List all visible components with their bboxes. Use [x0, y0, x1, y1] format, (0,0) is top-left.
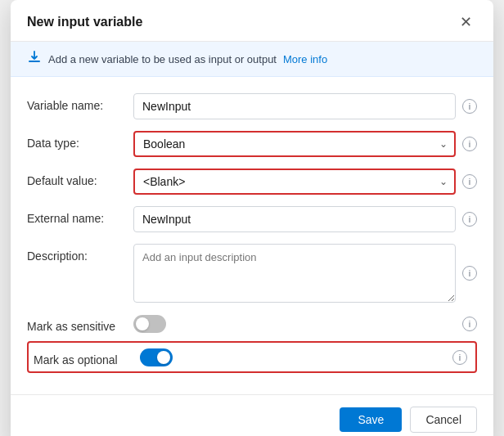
new-input-variable-dialog: New input variable ✕ Add a new variable … — [11, 0, 493, 436]
mark-optional-info-icon[interactable]: i — [452, 350, 467, 365]
data-type-control: Boolean String Integer Float DateTime Li… — [133, 131, 477, 157]
info-banner: Add a new variable to be used as input o… — [11, 42, 493, 77]
external-name-input[interactable] — [133, 206, 456, 232]
description-info-icon[interactable]: i — [462, 266, 477, 281]
description-row: Description: i — [27, 244, 477, 303]
variable-name-label: Variable name: — [27, 93, 133, 112]
mark-sensitive-label: Mark as sensitive — [27, 314, 133, 333]
description-label: Description: — [27, 244, 133, 263]
mark-optional-row: Mark as optional i — [27, 341, 477, 373]
default-value-control: <Blank> True False ⌄ i — [133, 169, 477, 195]
mark-optional-toggle-wrap — [140, 348, 173, 366]
dialog-footer: Save Cancel — [11, 394, 493, 436]
external-name-control: i — [133, 206, 477, 232]
variable-name-control: i — [133, 93, 477, 119]
mark-sensitive-toggle-wrap — [133, 315, 166, 333]
data-type-info-icon[interactable]: i — [462, 137, 477, 151]
variable-name-row: Variable name: i — [27, 93, 477, 119]
default-value-info-icon[interactable]: i — [462, 174, 477, 189]
banner-text: Add a new variable to be used as input o… — [48, 53, 277, 65]
data-type-select[interactable]: Boolean String Integer Float DateTime Li… — [133, 131, 456, 157]
default-value-row: Default value: <Blank> True False ⌄ i — [27, 169, 477, 195]
mark-optional-slider — [140, 348, 173, 366]
mark-sensitive-row: Mark as sensitive i — [27, 314, 477, 333]
mark-optional-toggle[interactable] — [140, 348, 173, 366]
external-name-info-icon[interactable]: i — [462, 212, 477, 227]
dialog-body: Variable name: i Data type: Boolean Stri… — [11, 77, 493, 394]
description-textarea[interactable] — [133, 244, 456, 303]
mark-sensitive-toggle[interactable] — [133, 315, 166, 333]
default-value-label: Default value: — [27, 169, 133, 187]
mark-optional-label: Mark as optional — [34, 348, 140, 366]
variable-name-info-icon[interactable]: i — [462, 99, 477, 114]
variable-name-input[interactable] — [133, 93, 456, 119]
mark-optional-control: i — [140, 348, 467, 366]
default-value-select-wrap: <Blank> True False ⌄ — [133, 169, 456, 195]
close-button[interactable]: ✕ — [455, 13, 477, 31]
svg-rect-0 — [29, 61, 40, 62]
save-button[interactable]: Save — [340, 407, 402, 432]
data-type-label: Data type: — [27, 131, 133, 150]
more-info-link[interactable]: More info — [283, 53, 327, 65]
dialog-header: New input variable ✕ — [11, 0, 493, 42]
description-control: i — [133, 244, 477, 303]
mark-sensitive-slider — [133, 315, 166, 333]
data-type-row: Data type: Boolean String Integer Float … — [27, 131, 477, 157]
mark-sensitive-control: i — [133, 315, 477, 333]
external-name-label: External name: — [27, 206, 133, 225]
default-value-select[interactable]: <Blank> True False — [133, 169, 456, 195]
dialog-title: New input variable — [27, 15, 142, 29]
download-icon — [27, 50, 42, 68]
cancel-button[interactable]: Cancel — [410, 407, 477, 433]
mark-sensitive-info-icon[interactable]: i — [462, 317, 477, 331]
data-type-select-wrap: Boolean String Integer Float DateTime Li… — [133, 131, 456, 157]
external-name-row: External name: i — [27, 206, 477, 232]
